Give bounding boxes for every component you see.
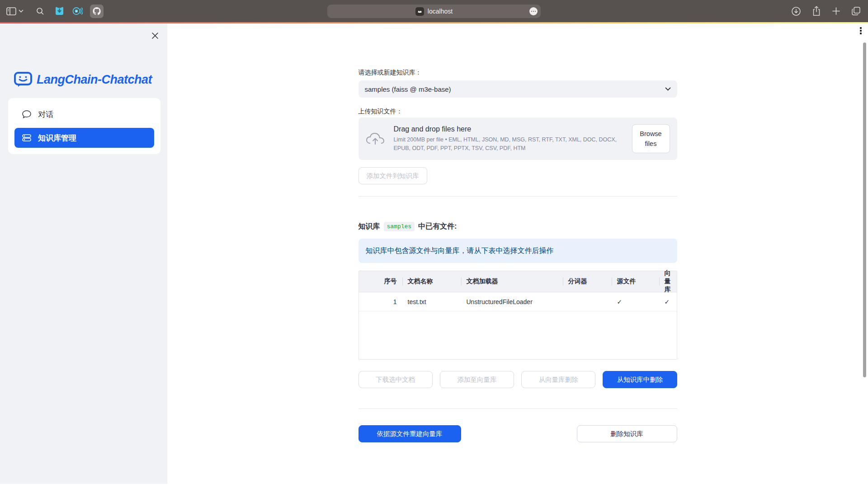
sidebar: LangChain-Chatchat 对话: [0, 23, 167, 488]
info-alert: 知识库中包含源文件与向量库，请从下表中选择文件后操作: [359, 239, 677, 263]
sidebar-item-label: 对话: [38, 109, 53, 120]
divider: [359, 196, 677, 197]
add-files-button[interactable]: 添加文件到知识库: [359, 167, 427, 184]
delete-kb-button[interactable]: 删除知识库: [577, 425, 677, 442]
col-header-tokenizer[interactable]: 分词器: [563, 271, 612, 292]
browser-toolbar: localhost: [0, 0, 868, 22]
new-tab-icon[interactable]: [832, 7, 840, 15]
search-icon[interactable]: [36, 7, 44, 15]
file-dropzone[interactable]: Drag and drop files here Limit 200MB per…: [359, 117, 677, 160]
sidebar-menu: 对话 知识库管理: [8, 98, 160, 154]
tabs-overview-icon[interactable]: [851, 6, 861, 16]
col-header-index[interactable]: 序号: [359, 271, 402, 292]
file-actions: 下载选中文档 添加至向量库 从向量库删除 从知识库中删除: [359, 371, 677, 388]
chat-bubble-icon: [22, 110, 32, 119]
files-heading-suffix: 中已有文件:: [418, 222, 457, 231]
files-heading-prefix: 知识库: [359, 222, 380, 231]
github-icon: [92, 7, 101, 16]
github-extension-button[interactable]: [90, 5, 104, 18]
upload-label: 上传知识文件：: [359, 108, 677, 115]
dropzone-title: Drag and drop files here: [394, 125, 623, 133]
delete-from-kb-button[interactable]: 从知识库中删除: [603, 371, 677, 388]
sidebar-item-dialogue[interactable]: 对话: [14, 104, 154, 124]
col-header-loader[interactable]: 文档加载器: [461, 271, 563, 292]
chevron-down-icon[interactable]: [19, 9, 24, 13]
cell-tokenizer: [563, 292, 612, 311]
chevron-down-icon: [665, 87, 671, 91]
database-icon: [22, 133, 32, 142]
cell-name: test.txt: [402, 292, 461, 311]
sidebar-close-icon[interactable]: [150, 31, 160, 41]
kb-select[interactable]: samples (faiss @ m3e-base): [359, 80, 677, 98]
app-logo: LangChain-Chatchat: [14, 71, 152, 88]
files-table[interactable]: 序号 文档名称 文档加载器 分词器 源文件 向量库 1 test.txt Uns…: [359, 271, 677, 360]
rebuild-vector-store-button[interactable]: 依据源文件重建向量库: [359, 425, 461, 442]
cell-loader: UnstructuredFileLoader: [461, 292, 563, 311]
cell-index: 1: [359, 292, 402, 311]
table-header: 序号 文档名称 文档加载器 分词器 源文件 向量库: [359, 271, 677, 292]
url-text: localhost: [428, 8, 453, 15]
extension-signal-icon[interactable]: [72, 6, 83, 16]
sidebar-bottom-strip: [0, 484, 167, 488]
download-selected-button[interactable]: 下载选中文档: [359, 371, 433, 388]
main-area: 请选择或新建知识库： samples (faiss @ m3e-base) 上传…: [167, 23, 868, 488]
delete-from-vector-button[interactable]: 从向量库删除: [521, 371, 595, 388]
downloads-icon[interactable]: [791, 6, 801, 16]
app-menu-icon[interactable]: [860, 27, 862, 34]
divider: [359, 408, 677, 409]
kb-select-value: samples (faiss @ m3e-base): [365, 85, 665, 93]
cell-vector-check: ✓: [659, 292, 677, 311]
col-header-source[interactable]: 源文件: [612, 271, 659, 292]
kb-select-label: 请选择或新建知识库：: [359, 69, 677, 76]
kb-actions: 依据源文件重建向量库 删除知识库: [359, 425, 677, 442]
address-bar[interactable]: localhost: [327, 5, 541, 18]
table-empty-area: [359, 311, 677, 359]
share-icon[interactable]: [812, 6, 821, 16]
sidebar-toggle-icon[interactable]: [6, 7, 16, 15]
page-menu-icon[interactable]: [529, 7, 538, 15]
sidebar-item-label: 知识库管理: [38, 133, 76, 143]
chatchat-logo-icon: [14, 71, 33, 88]
scrollbar-thumb[interactable]: [863, 42, 866, 377]
sidebar-item-knowledge-base[interactable]: 知识库管理: [14, 128, 154, 148]
extension-download-icon[interactable]: [54, 6, 65, 16]
browse-files-button[interactable]: Browse files: [632, 124, 670, 154]
add-to-vector-button[interactable]: 添加至向量库: [440, 371, 514, 388]
dropzone-hint: Limit 200MB per file • EML, HTML, JSON, …: [394, 136, 623, 152]
kb-name-code: samples: [384, 222, 415, 231]
col-header-name[interactable]: 文档名称: [402, 271, 461, 292]
col-header-vector[interactable]: 向量库: [659, 271, 677, 292]
cell-source-check: ✓: [612, 292, 659, 311]
app-logo-text: LangChain-Chatchat: [37, 73, 152, 87]
cloud-upload-icon: [366, 131, 385, 146]
files-heading: 知识库 samples 中已有文件:: [359, 222, 677, 231]
table-row[interactable]: 1 test.txt UnstructuredFileLoader ✓ ✓: [359, 292, 677, 311]
site-favicon: [415, 7, 424, 16]
